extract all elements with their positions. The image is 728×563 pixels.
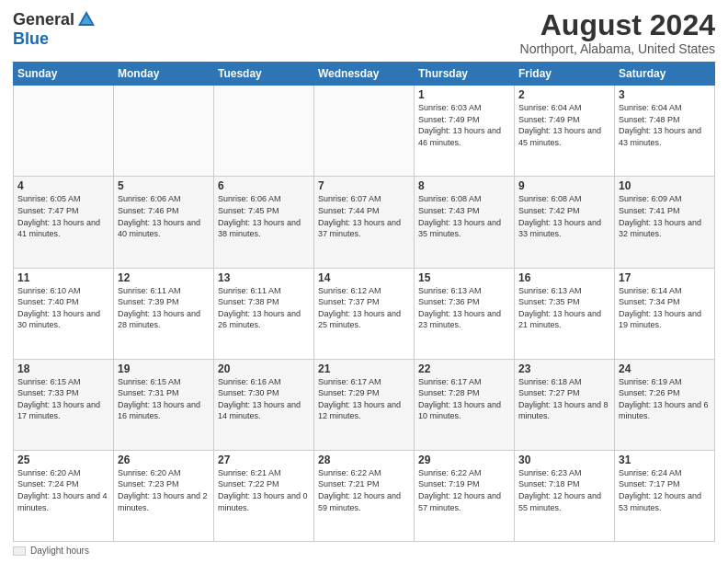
day-info: Sunrise: 6:21 AM Sunset: 7:22 PM Dayligh… <box>218 467 310 513</box>
day-number: 30 <box>518 454 610 466</box>
calendar-cell: 10Sunrise: 6:09 AM Sunset: 7:41 PM Dayli… <box>615 177 715 268</box>
calendar-cell: 14Sunrise: 6:12 AM Sunset: 7:37 PM Dayli… <box>314 268 415 359</box>
calendar-cell: 8Sunrise: 6:08 AM Sunset: 7:43 PM Daylig… <box>415 177 515 268</box>
day-info: Sunrise: 6:04 AM Sunset: 7:48 PM Dayligh… <box>619 102 711 148</box>
title-area: August 2024 Northport, Alabama, United S… <box>520 9 715 56</box>
day-info: Sunrise: 6:15 AM Sunset: 7:33 PM Dayligh… <box>17 376 109 422</box>
day-number: 28 <box>318 454 410 466</box>
day-number: 26 <box>118 454 210 466</box>
day-info: Sunrise: 6:11 AM Sunset: 7:38 PM Dayligh… <box>218 285 310 331</box>
calendar-cell: 2Sunrise: 6:04 AM Sunset: 7:49 PM Daylig… <box>515 86 615 177</box>
calendar-cell: 28Sunrise: 6:22 AM Sunset: 7:21 PM Dayli… <box>314 450 415 541</box>
header: General Blue August 2024 Northport, Alab… <box>13 9 715 56</box>
calendar-day-header: Thursday <box>415 63 515 86</box>
calendar-cell: 13Sunrise: 6:11 AM Sunset: 7:38 PM Dayli… <box>214 268 314 359</box>
day-number: 31 <box>619 454 711 466</box>
day-info: Sunrise: 6:22 AM Sunset: 7:21 PM Dayligh… <box>318 467 410 513</box>
calendar-cell <box>314 86 415 177</box>
calendar-cell: 21Sunrise: 6:17 AM Sunset: 7:29 PM Dayli… <box>314 359 415 450</box>
day-number: 8 <box>418 179 510 192</box>
calendar-cell: 29Sunrise: 6:22 AM Sunset: 7:19 PM Dayli… <box>415 450 515 541</box>
day-info: Sunrise: 6:17 AM Sunset: 7:28 PM Dayligh… <box>418 376 510 422</box>
day-number: 6 <box>218 179 310 192</box>
calendar-cell: 19Sunrise: 6:15 AM Sunset: 7:31 PM Dayli… <box>114 359 214 450</box>
calendar-cell <box>114 86 214 177</box>
calendar-cell: 1Sunrise: 6:03 AM Sunset: 7:49 PM Daylig… <box>415 86 515 177</box>
calendar-cell: 18Sunrise: 6:15 AM Sunset: 7:33 PM Dayli… <box>14 359 114 450</box>
day-number: 7 <box>318 179 410 192</box>
calendar-day-header: Saturday <box>615 63 715 86</box>
day-number: 27 <box>218 454 310 466</box>
calendar-cell: 27Sunrise: 6:21 AM Sunset: 7:22 PM Dayli… <box>214 450 314 541</box>
calendar-cell <box>214 86 314 177</box>
day-info: Sunrise: 6:16 AM Sunset: 7:30 PM Dayligh… <box>218 376 310 422</box>
logo-general: General <box>13 10 74 29</box>
day-number: 24 <box>619 362 711 375</box>
day-number: 17 <box>619 271 711 284</box>
day-info: Sunrise: 6:03 AM Sunset: 7:49 PM Dayligh… <box>418 102 510 148</box>
day-number: 22 <box>418 362 510 375</box>
day-info: Sunrise: 6:08 AM Sunset: 7:42 PM Dayligh… <box>518 193 610 239</box>
calendar-cell: 26Sunrise: 6:20 AM Sunset: 7:23 PM Dayli… <box>114 450 214 541</box>
daylight-label: Daylight hours <box>30 546 89 556</box>
day-number: 11 <box>17 271 109 284</box>
calendar-day-header: Monday <box>114 63 214 86</box>
day-number: 23 <box>518 362 610 375</box>
logo: General Blue <box>13 9 97 49</box>
day-info: Sunrise: 6:20 AM Sunset: 7:23 PM Dayligh… <box>118 467 210 513</box>
calendar-cell: 3Sunrise: 6:04 AM Sunset: 7:48 PM Daylig… <box>615 86 715 177</box>
calendar-table: SundayMondayTuesdayWednesdayThursdayFrid… <box>13 62 715 542</box>
calendar-cell: 12Sunrise: 6:11 AM Sunset: 7:39 PM Dayli… <box>114 268 214 359</box>
calendar-day-header: Tuesday <box>214 63 314 86</box>
page: General Blue August 2024 Northport, Alab… <box>0 0 728 563</box>
day-info: Sunrise: 6:13 AM Sunset: 7:36 PM Dayligh… <box>418 285 510 331</box>
calendar-week-row: 25Sunrise: 6:20 AM Sunset: 7:24 PM Dayli… <box>14 450 715 541</box>
day-info: Sunrise: 6:04 AM Sunset: 7:49 PM Dayligh… <box>518 102 610 148</box>
calendar-week-row: 4Sunrise: 6:05 AM Sunset: 7:47 PM Daylig… <box>14 177 715 268</box>
day-info: Sunrise: 6:08 AM Sunset: 7:43 PM Dayligh… <box>418 193 510 239</box>
footer: Daylight hours <box>13 546 715 556</box>
logo-icon <box>76 9 97 29</box>
calendar-week-row: 18Sunrise: 6:15 AM Sunset: 7:33 PM Dayli… <box>14 359 715 450</box>
day-number: 10 <box>619 179 711 192</box>
day-number: 20 <box>218 362 310 375</box>
day-number: 18 <box>17 362 109 375</box>
day-info: Sunrise: 6:22 AM Sunset: 7:19 PM Dayligh… <box>418 467 510 513</box>
calendar-cell: 22Sunrise: 6:17 AM Sunset: 7:28 PM Dayli… <box>415 359 515 450</box>
day-info: Sunrise: 6:19 AM Sunset: 7:26 PM Dayligh… <box>619 376 711 422</box>
logo-blue: Blue <box>13 29 49 49</box>
calendar-cell: 5Sunrise: 6:06 AM Sunset: 7:46 PM Daylig… <box>114 177 214 268</box>
day-info: Sunrise: 6:11 AM Sunset: 7:39 PM Dayligh… <box>118 285 210 331</box>
day-number: 9 <box>518 179 610 192</box>
calendar-cell <box>14 86 114 177</box>
calendar-header-row: SundayMondayTuesdayWednesdayThursdayFrid… <box>14 63 715 86</box>
calendar-cell: 11Sunrise: 6:10 AM Sunset: 7:40 PM Dayli… <box>14 268 114 359</box>
day-number: 5 <box>118 179 210 192</box>
calendar-week-row: 1Sunrise: 6:03 AM Sunset: 7:49 PM Daylig… <box>14 86 715 177</box>
subtitle: Northport, Alabama, United States <box>520 41 715 56</box>
day-number: 12 <box>118 271 210 284</box>
calendar-day-header: Sunday <box>14 63 114 86</box>
day-info: Sunrise: 6:15 AM Sunset: 7:31 PM Dayligh… <box>118 376 210 422</box>
day-number: 13 <box>218 271 310 284</box>
calendar-cell: 7Sunrise: 6:07 AM Sunset: 7:44 PM Daylig… <box>314 177 415 268</box>
calendar-cell: 16Sunrise: 6:13 AM Sunset: 7:35 PM Dayli… <box>515 268 615 359</box>
day-number: 1 <box>418 88 510 101</box>
day-info: Sunrise: 6:18 AM Sunset: 7:27 PM Dayligh… <box>518 376 610 422</box>
day-number: 29 <box>418 454 510 466</box>
day-number: 19 <box>118 362 210 375</box>
day-info: Sunrise: 6:06 AM Sunset: 7:46 PM Dayligh… <box>118 193 210 239</box>
calendar-body: 1Sunrise: 6:03 AM Sunset: 7:49 PM Daylig… <box>14 86 715 542</box>
calendar-cell: 31Sunrise: 6:24 AM Sunset: 7:17 PM Dayli… <box>615 450 715 541</box>
calendar-cell: 17Sunrise: 6:14 AM Sunset: 7:34 PM Dayli… <box>615 268 715 359</box>
day-info: Sunrise: 6:05 AM Sunset: 7:47 PM Dayligh… <box>17 193 109 239</box>
calendar-cell: 6Sunrise: 6:06 AM Sunset: 7:45 PM Daylig… <box>214 177 314 268</box>
daylight-box <box>13 546 26 556</box>
calendar-cell: 9Sunrise: 6:08 AM Sunset: 7:42 PM Daylig… <box>515 177 615 268</box>
day-number: 21 <box>318 362 410 375</box>
day-number: 4 <box>17 179 109 192</box>
main-title: August 2024 <box>520 9 715 41</box>
day-info: Sunrise: 6:23 AM Sunset: 7:18 PM Dayligh… <box>518 467 610 513</box>
calendar-cell: 20Sunrise: 6:16 AM Sunset: 7:30 PM Dayli… <box>214 359 314 450</box>
day-number: 15 <box>418 271 510 284</box>
